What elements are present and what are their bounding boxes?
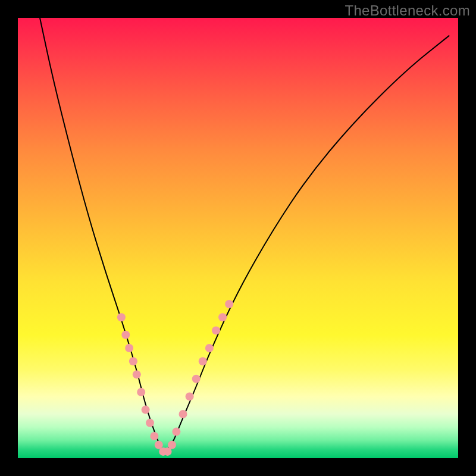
bottleneck-curve (40, 18, 449, 450)
data-dot (225, 300, 233, 308)
chart-frame: TheBottleneck.com (0, 0, 476, 476)
data-dot (179, 410, 187, 418)
watermark-text: TheBottleneck.com (345, 2, 470, 19)
data-dot (137, 388, 145, 396)
dot-cluster (117, 300, 233, 456)
data-dot (212, 326, 220, 334)
data-dot (168, 441, 176, 449)
plot-area (18, 18, 458, 458)
data-dot (117, 313, 126, 321)
data-dot (129, 357, 137, 365)
data-dot (146, 419, 154, 427)
data-dot (125, 344, 133, 352)
data-dot (186, 392, 194, 400)
data-dot (199, 357, 207, 365)
data-dot (121, 331, 130, 339)
data-dot (172, 428, 180, 436)
data-dot (150, 432, 158, 440)
data-dot (192, 375, 201, 383)
data-dot (142, 406, 150, 414)
data-dot (133, 370, 141, 378)
data-dot (205, 344, 214, 352)
chart-svg (18, 18, 458, 458)
data-dot (218, 313, 227, 321)
